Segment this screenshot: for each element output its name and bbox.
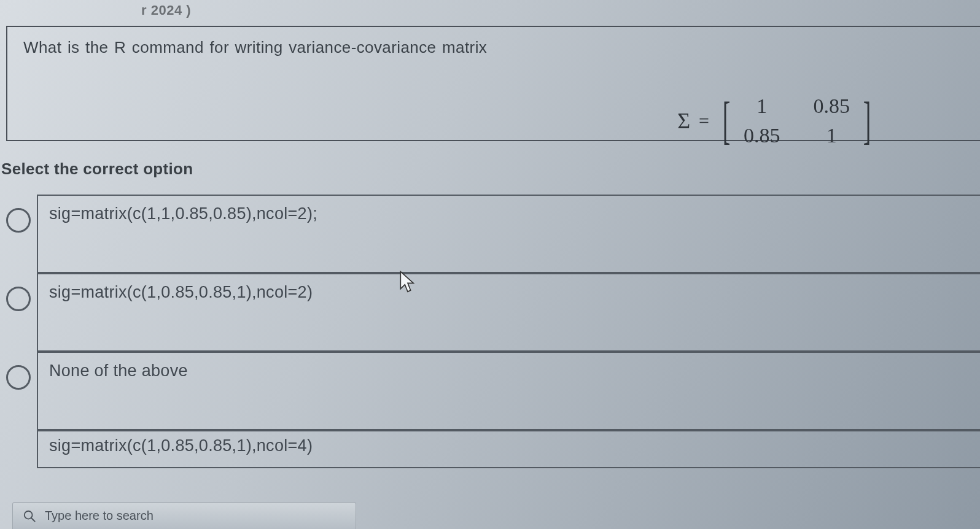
option-label: sig=matrix(c(1,1,0.85,0.85),ncol=2); xyxy=(49,204,317,223)
matrix-cell: 1 xyxy=(744,95,780,118)
search-icon xyxy=(23,509,36,523)
option-row-4: sig=matrix(c(1,0.85,0.85,1),ncol=4) xyxy=(0,430,980,468)
option-label: sig=matrix(c(1,0.85,0.85,1),ncol=4) xyxy=(49,436,313,455)
option-label: None of the above xyxy=(49,361,188,380)
matrix-cell: 0.85 xyxy=(744,124,780,147)
option-text-2[interactable]: sig=matrix(c(1,0.85,0.85,1),ncol=2) xyxy=(37,273,980,352)
radio-button-2[interactable] xyxy=(6,287,31,311)
matrix-grid: 1 0.85 0.85 1 xyxy=(744,95,850,147)
svg-line-1 xyxy=(31,517,35,521)
matrix-cell: 1 xyxy=(814,124,850,147)
equals-sign: = xyxy=(699,110,709,131)
taskbar-search[interactable]: Type here to search xyxy=(12,502,356,529)
radio-button-1[interactable] xyxy=(6,208,31,233)
question-box: What is the R command for writing varian… xyxy=(6,26,980,141)
right-bracket: ] xyxy=(863,101,871,141)
option-row-1: sig=matrix(c(1,1,0.85,0.85),ncol=2); xyxy=(0,195,980,273)
quiz-page: r 2024 ) What is the R command for writi… xyxy=(0,0,980,529)
option-text-1[interactable]: sig=matrix(c(1,1,0.85,0.85),ncol=2); xyxy=(37,195,980,273)
matrix-cell: 0.85 xyxy=(814,95,850,118)
option-label: sig=matrix(c(1,0.85,0.85,1),ncol=2) xyxy=(49,283,313,302)
radio-button-3[interactable] xyxy=(6,365,31,390)
svg-point-0 xyxy=(25,511,33,519)
option-row-2: sig=matrix(c(1,0.85,0.85,1),ncol=2) xyxy=(0,273,980,352)
header-fragment: r 2024 ) xyxy=(0,2,980,23)
left-bracket: [ xyxy=(723,101,731,141)
sigma-symbol: Σ xyxy=(677,108,690,134)
instruction-text: Select the correct option xyxy=(0,141,980,195)
option-text-4[interactable]: sig=matrix(c(1,0.85,0.85,1),ncol=4) xyxy=(37,430,980,468)
question-text: What is the R command for writing varian… xyxy=(23,38,964,57)
radio-cell xyxy=(0,352,37,430)
search-placeholder: Type here to search xyxy=(45,509,154,523)
radio-cell xyxy=(0,195,37,273)
sigma-matrix: Σ = [ 1 0.85 0.85 1 ] xyxy=(677,95,876,147)
option-row-3: None of the above xyxy=(0,352,980,430)
option-text-3[interactable]: None of the above xyxy=(37,352,980,430)
radio-cell xyxy=(0,273,37,352)
options-list: sig=matrix(c(1,1,0.85,0.85),ncol=2); sig… xyxy=(0,195,980,468)
